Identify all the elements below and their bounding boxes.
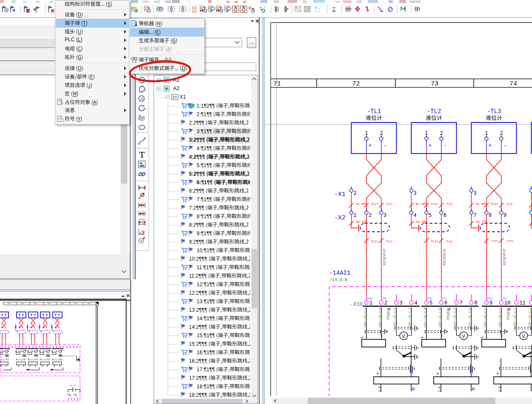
svg-text:I2+: I2+ xyxy=(502,297,508,300)
svg-text:4SP+/35.4:A: 4SP+/35.4:A xyxy=(393,307,397,327)
svg-text:6: 6 xyxy=(443,213,446,219)
svg-text:4SP+/35.4:A: 4SP+/35.4:A xyxy=(363,307,367,327)
svg-text:4SP+/35.4:A: 4SP+/35.4:A xyxy=(408,307,412,327)
svg-text:-X2: -X2 xyxy=(334,214,346,222)
svg-text:4SP+/35.4:C: 4SP+/35.4:C xyxy=(498,308,502,327)
svg-text:X1-3P5: X1-3P5 xyxy=(416,202,427,206)
svg-text:9: 9 xyxy=(489,300,492,306)
svg-text:X2-4P5: X2-4P5 xyxy=(416,220,428,224)
svg-text:4SP+/35.4:B: 4SP+/35.4:B xyxy=(453,308,457,327)
svg-text:8: 8 xyxy=(475,300,478,306)
svg-text:73: 73 xyxy=(431,80,438,88)
svg-text:-TL3: -TL3 xyxy=(487,108,501,115)
svg-text:3: 3 xyxy=(474,191,477,196)
svg-text:74: 74 xyxy=(509,80,517,88)
svg-text:X1-2P5: X1-2P5 xyxy=(356,202,367,206)
svg-text:7: 7 xyxy=(459,300,462,306)
svg-text:????: ???? xyxy=(506,240,514,243)
svg-text:3: 3 xyxy=(399,300,402,306)
svg-text:????: ???? xyxy=(491,240,499,243)
svg-text:3: 3 xyxy=(383,213,386,219)
svg-text:/14.8:B: /14.8:B xyxy=(329,278,347,282)
svg-text:TL2+: TL2+ xyxy=(431,240,439,243)
svg-text:-TL2: -TL2 xyxy=(427,108,441,115)
svg-text:2: 2 xyxy=(384,300,387,306)
svg-text:4SP+/35.4:B: 4SP+/35.4:B xyxy=(423,308,427,327)
svg-text:M: M xyxy=(411,387,416,390)
svg-text:2: 2 xyxy=(354,191,357,196)
svg-text:4SP+/35.4:A: 4SP+/35.4:A xyxy=(378,307,382,327)
svg-text:-X10: -X10 xyxy=(350,302,363,307)
svg-text:4SP+/35.4:C: 4SP+/35.4:C xyxy=(483,308,487,327)
svg-text:5: 5 xyxy=(429,300,432,306)
svg-text:X2-1P5: X2-1P5 xyxy=(356,220,368,224)
svg-text:8: 8 xyxy=(489,213,492,219)
svg-text:UV0: UV0 xyxy=(367,297,373,300)
svg-text:-TL1: -TL1 xyxy=(367,108,381,115)
svg-text:4: 4 xyxy=(415,300,418,306)
svg-text:-X1: -X1 xyxy=(334,191,346,198)
svg-text:TL2-: TL2- xyxy=(446,202,454,206)
svg-text:PIW58: PIW58 xyxy=(506,309,511,320)
svg-text:TL2+: TL2+ xyxy=(431,202,439,206)
svg-text:4SP+/35.4:C: 4SP+/35.4:C xyxy=(513,308,517,327)
svg-text:PIW56: PIW56 xyxy=(446,309,451,320)
svg-text:4SP+/35.4:B: 4SP+/35.4:B xyxy=(468,308,472,327)
svg-text:TL1+: TL1+ xyxy=(371,202,379,206)
svg-text:10: 10 xyxy=(504,300,510,306)
svg-text:UV2: UV2 xyxy=(487,297,493,300)
svg-text:11: 11 xyxy=(519,300,525,306)
svg-text:UV1: UV1 xyxy=(427,297,433,300)
svg-text:3: 3 xyxy=(414,191,417,196)
svg-text:TL1+: TL1+ xyxy=(371,240,379,243)
svg-text:6: 6 xyxy=(444,300,447,306)
svg-text:XY: XY xyxy=(172,95,177,100)
svg-text:7: 7 xyxy=(474,213,477,219)
svg-text:4SP+/35.4:C: 4SP+/35.4:C xyxy=(528,308,532,327)
svg-text:TL3-: TL3- xyxy=(506,202,514,206)
svg-text:TL1-: TL1- xyxy=(386,240,394,243)
svg-text:TL1-: TL1- xyxy=(386,202,394,206)
svg-text:2: 2 xyxy=(369,213,372,219)
svg-text:X1-3P5: X1-3P5 xyxy=(476,202,487,206)
svg-text:X2-7P5: X2-7P5 xyxy=(476,220,488,224)
svg-text:TL2-: TL2- xyxy=(446,240,454,243)
svg-text:TL3+: TL3+ xyxy=(491,202,499,206)
svg-text:72: 72 xyxy=(352,80,360,88)
svg-text:I1+: I1+ xyxy=(442,297,448,300)
svg-text:M: M xyxy=(471,387,476,390)
svg-text:I0+: I0+ xyxy=(382,297,388,300)
svg-text:1: 1 xyxy=(369,300,372,306)
svg-text:-14AI1: -14AI1 xyxy=(329,270,350,276)
svg-text:5: 5 xyxy=(429,213,432,219)
svg-text:1: 1 xyxy=(354,213,357,219)
svg-text:71: 71 xyxy=(273,80,281,88)
svg-text:4: 4 xyxy=(414,213,417,219)
svg-text:9: 9 xyxy=(503,213,506,219)
svg-text:PIW54: PIW54 xyxy=(386,309,391,320)
svg-text:4SP+/35.4:B: 4SP+/35.4:B xyxy=(438,308,442,327)
